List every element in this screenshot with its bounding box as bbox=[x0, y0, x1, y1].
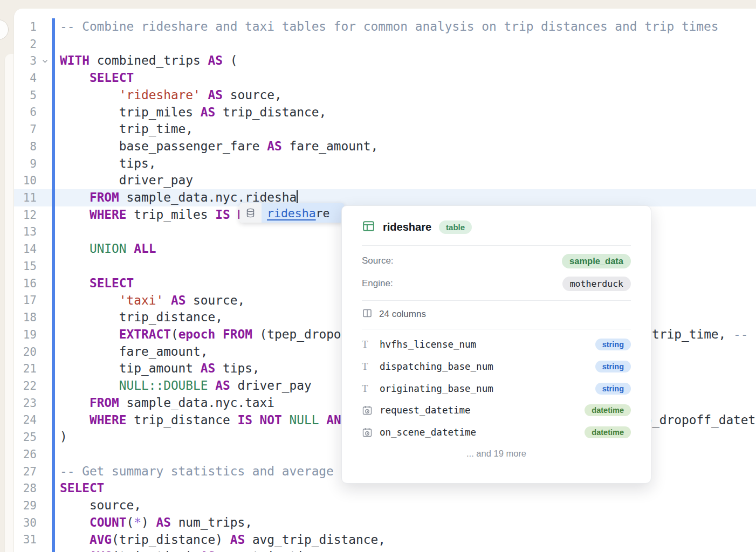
text-cursor bbox=[297, 190, 298, 205]
code-line[interactable]: 32 AVG(trip_time) AS avg_trip_time, bbox=[14, 548, 756, 552]
text-type-icon: T bbox=[362, 339, 380, 350]
field-value-badge: motherduck bbox=[562, 277, 631, 291]
code-line[interactable]: 1-- Combine rideshare and taxi tables fo… bbox=[14, 18, 756, 36]
line-number[interactable]: 29 bbox=[14, 499, 37, 512]
code-line[interactable]: 31 AVG(trip_distance) AS avg_trip_distan… bbox=[14, 532, 756, 549]
code-line[interactable]: 7 trip_time, bbox=[14, 121, 756, 138]
code-line[interactable]: 9 tips, bbox=[14, 155, 756, 172]
column-name: request_datetime bbox=[380, 405, 471, 416]
line-number[interactable]: 13 bbox=[14, 225, 37, 238]
line-number[interactable]: 7 bbox=[14, 123, 37, 136]
line-number[interactable]: 12 bbox=[14, 209, 37, 222]
code-text: FROM sample_data.nyc.ridesha bbox=[60, 189, 756, 206]
text-type-icon: T bbox=[362, 383, 380, 395]
field-value-badge: sample_data bbox=[562, 254, 631, 268]
table-icon bbox=[362, 219, 375, 235]
database-icon bbox=[239, 203, 262, 223]
code-line[interactable]: 3WITH combined_trips AS ( bbox=[14, 52, 756, 70]
divider bbox=[362, 245, 631, 246]
line-number[interactable]: 8 bbox=[14, 140, 37, 153]
card-field-row: Engine:motherduck bbox=[362, 276, 631, 291]
code-line[interactable]: 4 SELECT bbox=[14, 70, 756, 87]
autocomplete-popup[interactable]: rideshare bbox=[239, 203, 344, 223]
code-text: source, bbox=[60, 497, 756, 514]
line-number[interactable]: 26 bbox=[14, 448, 37, 461]
code-text: 'rideshare' AS source, bbox=[60, 87, 756, 104]
text-type-icon: T bbox=[362, 361, 380, 372]
code-text: SELECT bbox=[60, 70, 756, 87]
code-line[interactable]: 10 driver_pay bbox=[14, 172, 756, 189]
line-number[interactable]: 24 bbox=[14, 413, 37, 426]
suggestion-rest-text: re bbox=[316, 206, 330, 220]
line-number[interactable]: 2 bbox=[14, 38, 37, 51]
column-row: Tdispatching_base_numstring bbox=[362, 356, 631, 378]
column-row: Toriginating_base_numstring bbox=[362, 377, 631, 399]
line-number[interactable]: 28 bbox=[14, 482, 37, 495]
line-number[interactable]: 6 bbox=[14, 106, 37, 119]
line-number[interactable]: 25 bbox=[14, 431, 37, 444]
line-number[interactable]: 21 bbox=[14, 362, 37, 375]
card-header: rideshare table bbox=[362, 219, 631, 235]
line-number[interactable]: 27 bbox=[14, 465, 37, 478]
line-number[interactable]: 3 bbox=[14, 54, 37, 67]
line-number[interactable]: 15 bbox=[14, 260, 37, 273]
table-info-card: rideshare table Source:sample_dataEngine… bbox=[341, 205, 651, 484]
datetime-type-icon bbox=[362, 405, 380, 416]
table-type-badge: table bbox=[439, 220, 472, 234]
fold-chevron-down-icon[interactable] bbox=[37, 59, 60, 64]
line-number[interactable]: 14 bbox=[14, 243, 37, 256]
code-line[interactable]: 8 base_passenger_fare AS fare_amount, bbox=[14, 138, 756, 155]
suggestion-matched-text: ridesha bbox=[267, 206, 316, 220]
column-type-badge: string bbox=[595, 339, 631, 350]
column-name: dispatching_base_num bbox=[380, 361, 493, 372]
code-text: -- Combine rideshare and taxi tables for… bbox=[60, 18, 756, 36]
divider bbox=[362, 329, 631, 329]
code-line[interactable]: 6 trip_miles AS trip_distance, bbox=[14, 104, 756, 121]
line-number[interactable]: 20 bbox=[14, 346, 37, 358]
suggestion-rideshare[interactable]: rideshare bbox=[262, 203, 344, 223]
code-line[interactable]: 11 FROM sample_data.nyc.ridesha bbox=[14, 189, 756, 206]
column-row: Thvfhs_license_numstring bbox=[362, 334, 631, 356]
line-number[interactable]: 17 bbox=[14, 294, 37, 307]
code-text: tips, bbox=[60, 155, 756, 172]
line-number[interactable]: 18 bbox=[14, 311, 37, 324]
line-number[interactable]: 19 bbox=[14, 328, 37, 341]
column-row: on_scene_datetimedatetime bbox=[362, 422, 631, 444]
columns-count-label: 24 columns bbox=[379, 309, 426, 320]
more-columns-label: ... and 19 more bbox=[342, 448, 651, 459]
line-number[interactable]: 23 bbox=[14, 397, 37, 410]
field-label: Source: bbox=[362, 256, 394, 266]
line-number[interactable]: 4 bbox=[14, 72, 37, 85]
divider bbox=[362, 300, 631, 301]
datetime-type-icon bbox=[362, 427, 380, 438]
line-number[interactable]: 22 bbox=[14, 380, 37, 392]
column-name: originating_base_num bbox=[380, 383, 493, 394]
collapsed-side-panel bbox=[4, 54, 13, 552]
column-row: request_datetimedatetime bbox=[362, 399, 631, 422]
change-gutter-bar bbox=[52, 18, 55, 552]
line-number[interactable]: 9 bbox=[14, 157, 37, 170]
line-number[interactable]: 11 bbox=[14, 191, 37, 204]
field-label: Engine: bbox=[362, 278, 393, 289]
code-text: AVG(trip_time) AS avg_trip_time, bbox=[60, 548, 756, 552]
line-number[interactable]: 1 bbox=[14, 20, 37, 33]
line-number[interactable]: 16 bbox=[14, 277, 37, 290]
code-text: trip_time, bbox=[60, 121, 756, 138]
code-line[interactable]: 30 COUNT(*) AS num_trips, bbox=[14, 514, 756, 532]
code-line[interactable]: 2 bbox=[14, 36, 756, 53]
table-name: rideshare bbox=[383, 221, 431, 233]
code-line[interactable]: 5 'rideshare' AS source, bbox=[14, 87, 756, 104]
code-text: WITH combined_trips AS ( bbox=[60, 52, 756, 70]
code-text: driver_pay bbox=[60, 172, 756, 189]
code-line[interactable]: 29 source, bbox=[14, 497, 756, 514]
line-number[interactable]: 10 bbox=[14, 174, 37, 187]
columns-summary: 24 columns bbox=[362, 307, 631, 321]
code-text: base_passenger_fare AS fare_amount, bbox=[60, 138, 756, 155]
line-number[interactable]: 30 bbox=[14, 516, 37, 529]
card-field-row: Source:sample_data bbox=[362, 253, 631, 268]
panel-toggle-button[interactable] bbox=[0, 19, 9, 40]
column-type-badge: string bbox=[595, 361, 631, 372]
line-number[interactable]: 5 bbox=[14, 89, 37, 102]
line-number[interactable]: 31 bbox=[14, 533, 37, 546]
code-text: COUNT(*) AS num_trips, bbox=[60, 514, 756, 532]
